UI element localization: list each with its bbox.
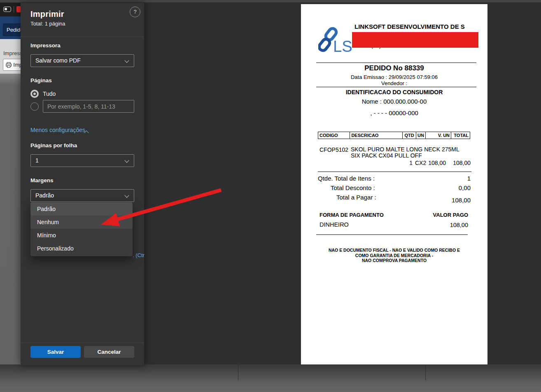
printer-label: Impressora	[30, 42, 61, 49]
help-button[interactable]: ?	[130, 7, 140, 17]
payment-amount: 108,00	[419, 222, 468, 228]
receipt-rule	[316, 234, 468, 235]
printer-icon	[6, 62, 12, 68]
receipt-consumer-address: , - - - - 00000-000	[301, 109, 487, 116]
cancel-button[interactable]: Cancelar	[84, 346, 134, 358]
total-items-label: Qtde. Total de Itens :	[318, 175, 375, 182]
pages-per-sheet-value: 1	[35, 157, 39, 164]
disclaimer-line: NAO COMPROVA PAGAMENTO	[313, 258, 475, 263]
disclaimer-line: NAO E DOCUMENTO FISCAL - NAO E VALIDO CO…	[313, 248, 475, 253]
receipt-consumer-name: Nome : 000.000.000-00	[301, 98, 487, 105]
total-to-pay-value: 108,00	[424, 197, 471, 204]
margins-dropdown-popup: Padrão Nenhum Mínimo Personalizado	[30, 202, 133, 256]
margins-label: Margens	[30, 177, 54, 183]
table-header-row: CODIGO DESCRICAO QTD UN V. UN TOTAL	[318, 132, 470, 139]
item-codigo: CFOP5102	[319, 146, 348, 153]
system-dialog-link-fragment[interactable]: . (Ctr	[133, 252, 145, 258]
total-pages-label: Total: 1 página	[30, 21, 65, 27]
chevron-down-icon	[124, 158, 129, 162]
background-table-edge-left	[238, 365, 238, 380]
pages-label: Páginas	[30, 77, 52, 84]
item-descricao: SKOL PURO MALTE LONG NECK 275ML SIX PACK…	[351, 146, 466, 159]
svg-text:LS: LS	[333, 38, 352, 55]
total-discount-value: 0,00	[424, 184, 471, 191]
background-print-button[interactable]: Imp	[3, 59, 23, 71]
pages-per-sheet-label: Páginas por folha	[30, 142, 77, 148]
margins-select[interactable]: Padrão	[30, 189, 134, 202]
toolbar-divider	[14, 6, 14, 12]
divider	[21, 37, 144, 37]
pages-per-sheet-select[interactable]: 1	[30, 154, 134, 167]
margins-option-personalizado[interactable]: Personalizado	[30, 242, 133, 255]
total-discount-label: Total Desconto :	[331, 184, 375, 191]
col-vun: V. UN	[425, 132, 451, 139]
receipt-seller: Vendedor :	[301, 80, 487, 86]
print-preview-page: LINKSOFT DESENVOLVIMENTO DE S LS Fone: (…	[301, 4, 487, 364]
total-to-pay-label: Total a Pagar :	[336, 194, 376, 201]
window-top-strip	[0, 0, 541, 3]
divider	[21, 343, 144, 343]
save-button[interactable]: Salvar	[30, 346, 81, 358]
less-settings-label: Menos configurações	[30, 127, 85, 133]
payment-method: DINHEIRO	[319, 221, 349, 228]
disclaimer-line: COMO GARANTIA DE MERCADORIA -	[313, 253, 475, 258]
radio-pages-all[interactable]	[30, 90, 39, 98]
receipt-items-table: CODIGO DESCRICAO QTD UN V. UN TOTAL	[318, 132, 470, 139]
col-total: TOTAL	[451, 132, 470, 139]
redaction-box	[352, 32, 478, 48]
screen: Pedido Impressã Imp Imprimir Total: 1 pá…	[0, 0, 541, 392]
receipt-order-title: PEDIDO No 88339	[301, 64, 487, 72]
radio-pages-all-label[interactable]: Tudo	[43, 90, 56, 97]
custom-pages-input[interactable]	[43, 100, 134, 113]
printer-select-value: Salvar como PDF	[35, 57, 81, 64]
receipt-disclaimer: NAO E DOCUMENTO FISCAL - NAO E VALIDO CO…	[313, 248, 475, 263]
background-page-header: Pedido	[0, 16, 21, 39]
margins-option-minimo[interactable]: Mínimo	[30, 229, 133, 242]
payment-method-header: FORMA DE PAGAMENTO	[319, 212, 384, 218]
margins-option-nenhum[interactable]: Nenhum	[30, 216, 133, 229]
company-logo: LS	[318, 27, 354, 55]
chevron-down-icon	[124, 193, 129, 197]
item-qtd: 1	[383, 160, 413, 166]
col-un: UN	[416, 132, 426, 139]
total-items-value: 1	[424, 175, 471, 182]
chevron-down-icon	[124, 58, 129, 63]
dialog-title: Imprimir	[30, 9, 64, 19]
margins-select-value: Padrão	[35, 192, 54, 199]
print-dialog: Imprimir Total: 1 página ? Impressora Sa…	[21, 3, 144, 365]
receipt-company-title: LINKSOFT DESENVOLVIMENTO DE S	[354, 23, 487, 30]
receipt-emission-date: Data Emissao : 29/09/2025 07:59:06	[301, 74, 487, 80]
background-print-dialog: Impressã Imp	[0, 39, 21, 74]
printer-select[interactable]: Salvar como PDF	[30, 54, 134, 67]
less-settings-link[interactable]: Menos configurações	[30, 127, 93, 133]
background-table-edge-right	[425, 365, 426, 380]
receipt-consumer-header: IDENTIFICACAO DO CONSUMIDOR	[301, 89, 487, 95]
item-total: 108,00	[442, 160, 471, 166]
col-descricao: DESCRICAO	[350, 132, 403, 139]
browser-toolbar	[0, 3, 21, 16]
col-qtd: QTD	[403, 132, 416, 139]
receipt-rule	[316, 87, 476, 87]
tab-preview-icon[interactable]	[3, 7, 11, 12]
margins-option-padrao[interactable]: Padrão	[30, 202, 133, 216]
receipt-rule	[318, 172, 471, 172]
background-dimmed-area	[0, 74, 21, 392]
radio-pages-custom[interactable]	[30, 102, 39, 111]
receipt-rule	[316, 63, 476, 63]
background-bottom-area	[0, 364, 541, 392]
tab-pedido[interactable]: Pedido	[3, 23, 23, 36]
col-codigo: CODIGO	[318, 132, 350, 139]
payment-value-header: VALOR PAGO	[419, 212, 468, 218]
